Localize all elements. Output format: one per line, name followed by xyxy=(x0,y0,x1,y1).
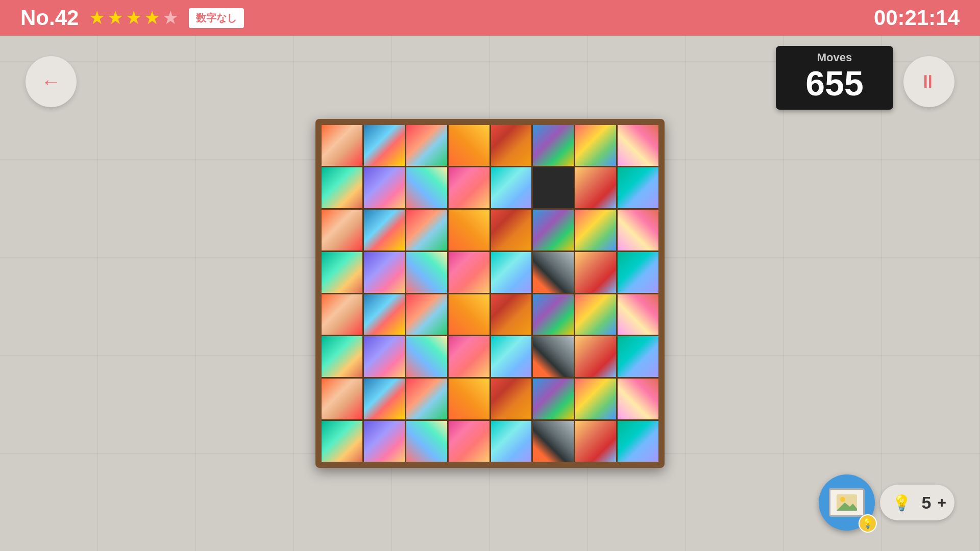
tile[interactable] xyxy=(322,421,362,462)
tile[interactable] xyxy=(364,294,405,335)
hint-plus-button[interactable]: + xyxy=(937,494,946,511)
tile[interactable] xyxy=(406,125,447,166)
tile[interactable] xyxy=(449,336,489,377)
tile[interactable] xyxy=(449,252,489,293)
image-preview-icon xyxy=(837,494,857,511)
tile[interactable] xyxy=(364,125,405,166)
tile[interactable] xyxy=(406,210,447,251)
tile[interactable] xyxy=(449,294,489,335)
tile[interactable] xyxy=(322,125,362,166)
tile[interactable] xyxy=(491,336,532,377)
tile[interactable] xyxy=(533,336,574,377)
difficulty-badge: 数字なし xyxy=(189,8,244,28)
tile[interactable] xyxy=(322,379,362,419)
tile[interactable] xyxy=(491,379,532,419)
tile[interactable] xyxy=(618,294,658,335)
hint-button-group: 💡 5 + xyxy=(880,485,954,520)
tile[interactable] xyxy=(575,252,616,293)
moves-value: 655 xyxy=(786,64,883,103)
svg-point-1 xyxy=(840,497,845,502)
preview-button[interactable]: 💡 xyxy=(819,474,875,531)
tile[interactable] xyxy=(449,125,489,166)
tile[interactable] xyxy=(364,336,405,377)
tile[interactable] xyxy=(533,294,574,335)
tile[interactable] xyxy=(533,125,574,166)
tile[interactable] xyxy=(618,421,658,462)
tile[interactable] xyxy=(364,210,405,251)
tile[interactable] xyxy=(575,167,616,208)
hint-panel: 💡 💡 5 + xyxy=(819,474,954,531)
pause-icon: ⏸ xyxy=(919,71,939,92)
tile[interactable] xyxy=(575,421,616,462)
tile[interactable] xyxy=(364,379,405,419)
tile[interactable] xyxy=(406,336,447,377)
tile[interactable] xyxy=(533,210,574,251)
tile[interactable] xyxy=(491,421,532,462)
hint-count: 5 xyxy=(922,493,932,513)
preview-icon xyxy=(829,488,865,517)
tile[interactable] xyxy=(575,336,616,377)
tile[interactable] xyxy=(618,379,658,419)
tile[interactable] xyxy=(406,379,447,419)
tile[interactable] xyxy=(575,125,616,166)
back-button[interactable]: ← xyxy=(26,56,77,107)
puzzle-number: No.42 xyxy=(20,6,79,30)
tile[interactable] xyxy=(322,252,362,293)
tile[interactable] xyxy=(618,210,658,251)
tile[interactable] xyxy=(364,252,405,293)
hint-bulb-button[interactable]: 💡 xyxy=(888,489,916,516)
back-arrow-icon: ← xyxy=(41,71,61,92)
preview-hint-badge: 💡 xyxy=(859,514,877,533)
pause-button[interactable]: ⏸ xyxy=(903,56,954,107)
tile[interactable] xyxy=(406,294,447,335)
tile[interactable] xyxy=(491,125,532,166)
top-bar-left: No.42 ★ ★ ★ ★ ★ 数字なし xyxy=(20,6,244,30)
board-frame xyxy=(315,119,665,468)
star-2: ★ xyxy=(107,7,124,29)
tile[interactable] xyxy=(618,125,658,166)
tile[interactable] xyxy=(322,210,362,251)
puzzle-grid[interactable] xyxy=(322,125,658,462)
tile[interactable] xyxy=(449,421,489,462)
board-container xyxy=(315,119,665,468)
tile[interactable] xyxy=(449,210,489,251)
tile[interactable] xyxy=(618,336,658,377)
star-3: ★ xyxy=(126,7,142,29)
stars: ★ ★ ★ ★ ★ xyxy=(89,7,179,29)
moves-panel: Moves 655 xyxy=(776,46,893,110)
tile[interactable] xyxy=(322,294,362,335)
tile[interactable] xyxy=(491,252,532,293)
tile[interactable] xyxy=(322,167,362,208)
tile[interactable] xyxy=(491,167,532,208)
tile[interactable] xyxy=(406,252,447,293)
tile[interactable] xyxy=(533,421,574,462)
tile[interactable] xyxy=(533,252,574,293)
moves-label: Moves xyxy=(786,51,883,64)
timer: 00:21:14 xyxy=(874,6,960,30)
star-1: ★ xyxy=(89,7,105,29)
tile[interactable] xyxy=(406,167,447,208)
tile[interactable] xyxy=(533,167,574,208)
tile[interactable] xyxy=(575,294,616,335)
tile[interactable] xyxy=(491,294,532,335)
tile[interactable] xyxy=(322,336,362,377)
top-bar: No.42 ★ ★ ★ ★ ★ 数字なし 00:21:14 xyxy=(0,0,980,36)
tile[interactable] xyxy=(575,379,616,419)
tile[interactable] xyxy=(364,167,405,208)
star-4: ★ xyxy=(144,7,160,29)
tile[interactable] xyxy=(575,210,616,251)
star-5: ★ xyxy=(162,7,179,29)
tile[interactable] xyxy=(491,210,532,251)
tile[interactable] xyxy=(449,379,489,419)
tile[interactable] xyxy=(449,167,489,208)
tile[interactable] xyxy=(618,252,658,293)
tile[interactable] xyxy=(406,421,447,462)
tile[interactable] xyxy=(533,379,574,419)
tile[interactable] xyxy=(618,167,658,208)
tile[interactable] xyxy=(364,421,405,462)
